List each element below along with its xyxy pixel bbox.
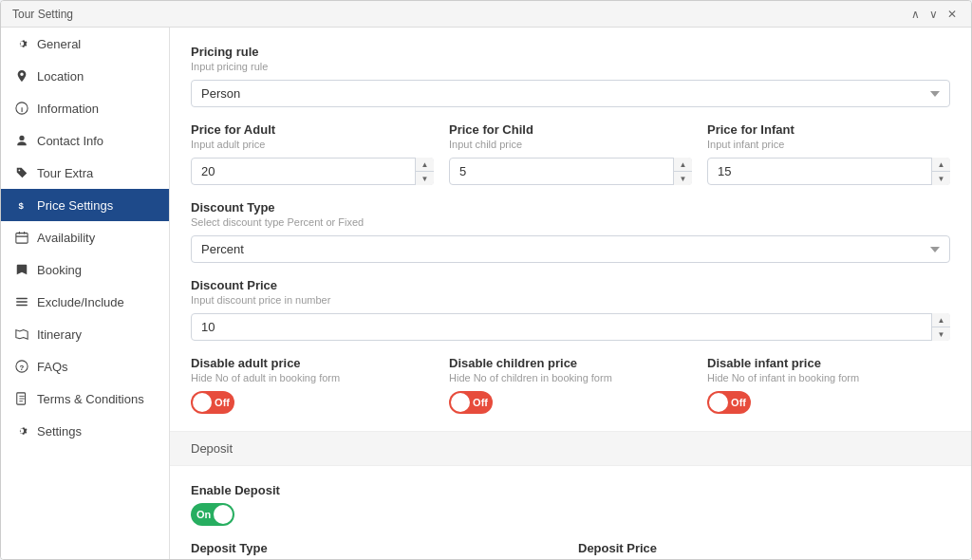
sidebar-item-location[interactable]: Location <box>1 60 169 92</box>
price-adult-label: Price for Adult <box>191 122 434 137</box>
disable-children-label: Disable children price <box>449 356 692 370</box>
collapse-button[interactable]: ∧ <box>908 8 923 21</box>
enable-deposit-field: Enable Deposit On <box>191 483 950 526</box>
pricing-rule-section: Pricing rule Input pricing rule Person G… <box>170 28 971 432</box>
disable-children-toggle-wrap: Off <box>449 391 692 414</box>
price-infant-field: Price for Infant Input infant price ▲ ▼ <box>707 122 950 185</box>
disable-adult-field: Disable adult price Hide No of adult in … <box>191 356 434 414</box>
calendar-icon <box>14 230 29 245</box>
title-bar: Tour Setting ∧ ∨ ✕ <box>1 1 971 28</box>
enable-deposit-label: Enable Deposit <box>191 483 950 497</box>
disable-children-track: Off <box>449 391 493 414</box>
sidebar-item-settings[interactable]: Settings <box>1 415 169 447</box>
price-adult-input-wrap: ▲ ▼ <box>191 158 434 185</box>
sidebar-item-tour-extra[interactable]: Tour Extra <box>1 157 169 189</box>
price-child-label: Price for Child <box>449 122 692 137</box>
disable-infant-label: Disable infant price <box>707 356 950 370</box>
pricing-rule-select[interactable]: Person Group <box>191 80 950 107</box>
price-infant-hint: Input infant price <box>707 139 950 150</box>
discount-type-hint: Select discount type Percent or Fixed <box>191 216 950 228</box>
price-adult-input[interactable] <box>191 158 434 185</box>
deposit-type-field: Deposit Type Select deposit type Percent… <box>191 541 563 559</box>
sidebar-item-exclude-include-label: Exclude/Include <box>37 295 124 309</box>
disable-adult-toggle-wrap: Off <box>191 391 434 414</box>
discount-price-decrement[interactable]: ▼ <box>931 327 950 341</box>
sidebar-item-price-settings[interactable]: $ Price Settings <box>1 189 169 221</box>
price-infant-decrement[interactable]: ▼ <box>931 172 950 185</box>
sidebar-item-exclude-include[interactable]: Exclude/Include <box>1 286 169 318</box>
disable-children-toggle[interactable]: Off <box>449 391 493 414</box>
list-icon <box>14 294 29 309</box>
tour-setting-window: Tour Setting ∧ ∨ ✕ General Location <box>0 0 972 560</box>
sidebar-item-faqs[interactable]: ? FAQs <box>1 350 169 383</box>
price-child-input[interactable] <box>449 158 692 185</box>
price-child-decrement[interactable]: ▼ <box>673 172 692 185</box>
svg-text:i: i <box>21 105 23 114</box>
price-child-input-wrap: ▲ ▼ <box>449 158 692 185</box>
sidebar-item-availability[interactable]: Availability <box>1 221 169 253</box>
deposit-section: Enable Deposit On Deposit Type <box>170 466 971 559</box>
disable-infant-field: Disable infant price Hide No of infant i… <box>707 356 950 414</box>
discount-price-increment[interactable]: ▲ <box>931 313 950 327</box>
sidebar: General Location i Information Contact I… <box>1 28 170 559</box>
expand-button[interactable]: ∨ <box>926 8 941 21</box>
deposit-type-price-row: Deposit Type Select deposit type Percent… <box>191 541 950 559</box>
discount-price-input[interactable] <box>191 313 950 341</box>
info-icon: i <box>14 101 29 116</box>
sidebar-item-booking[interactable]: Booking <box>1 253 169 286</box>
main-content: Pricing rule Input pricing rule Person G… <box>170 28 971 559</box>
price-child-spinners: ▲ ▼ <box>673 158 692 185</box>
deposit-type-hint: Select deposit type Percent or Fixed <box>191 557 563 559</box>
sidebar-item-price-settings-label: Price Settings <box>37 198 113 213</box>
disable-infant-hint: Hide No of infant in booking form <box>707 372 950 383</box>
disable-infant-toggle[interactable]: Off <box>707 391 751 414</box>
disable-infant-thumb <box>709 393 728 412</box>
price-infant-input[interactable] <box>707 158 950 185</box>
price-infant-increment[interactable]: ▲ <box>931 158 950 172</box>
disable-adult-hint: Hide No of adult in booking form <box>191 372 434 383</box>
tag-icon <box>14 165 29 180</box>
disable-children-state-label: Off <box>473 397 488 408</box>
price-child-hint: Input child price <box>449 139 692 150</box>
pricing-rule-hint: Input pricing rule <box>191 61 950 72</box>
price-child-field: Price for Child Input child price ▲ ▼ <box>449 122 692 185</box>
discount-type-label: Discount Type <box>191 200 950 215</box>
price-adult-decrement[interactable]: ▼ <box>415 172 434 185</box>
pricing-rule-field: Pricing rule Input pricing rule Person G… <box>191 45 950 107</box>
sidebar-item-settings-label: Settings <box>37 424 82 439</box>
disable-adult-toggle[interactable]: Off <box>191 391 234 414</box>
svg-text:?: ? <box>20 364 25 372</box>
main-layout: General Location i Information Contact I… <box>1 28 971 559</box>
enable-deposit-toggle[interactable]: On <box>191 503 234 526</box>
close-button[interactable]: ✕ <box>944 8 960 21</box>
window-title: Tour Setting <box>12 8 73 21</box>
pin-icon <box>14 68 29 84</box>
sidebar-item-itinerary[interactable]: Itinerary <box>1 318 169 350</box>
settings-icon <box>14 423 29 439</box>
sidebar-item-general[interactable]: General <box>1 28 169 60</box>
disable-infant-state-label: Off <box>731 397 746 408</box>
sidebar-item-tour-extra-label: Tour Extra <box>37 166 93 180</box>
price-child-increment[interactable]: ▲ <box>673 158 692 172</box>
disable-adult-thumb <box>193 393 212 412</box>
price-adult-increment[interactable]: ▲ <box>415 158 434 172</box>
sidebar-item-information-label: Information <box>37 102 99 116</box>
map-icon <box>14 327 29 342</box>
price-row: Price for Adult Input adult price ▲ ▼ Pr… <box>191 122 950 185</box>
bookmark-icon <box>14 262 29 277</box>
disable-adult-state-label: Off <box>215 397 230 408</box>
disable-infant-track: Off <box>707 391 751 414</box>
sidebar-item-booking-label: Booking <box>37 263 82 277</box>
sidebar-item-terms[interactable]: Terms & Conditions <box>1 383 169 415</box>
disable-infant-toggle-wrap: Off <box>707 391 950 414</box>
sidebar-item-information[interactable]: i Information <box>1 92 169 124</box>
enable-deposit-state-label: On <box>196 509 211 520</box>
price-adult-hint: Input adult price <box>191 139 434 150</box>
sidebar-item-itinerary-label: Itinerary <box>37 327 82 342</box>
discount-type-select[interactable]: Percent Fixed <box>191 235 950 263</box>
disable-toggles-row: Disable adult price Hide No of adult in … <box>191 356 950 414</box>
sidebar-item-contact-info[interactable]: Contact Info <box>1 124 169 157</box>
disable-children-thumb <box>451 393 470 412</box>
question-icon: ? <box>14 359 29 374</box>
price-adult-spinners: ▲ ▼ <box>415 158 434 185</box>
